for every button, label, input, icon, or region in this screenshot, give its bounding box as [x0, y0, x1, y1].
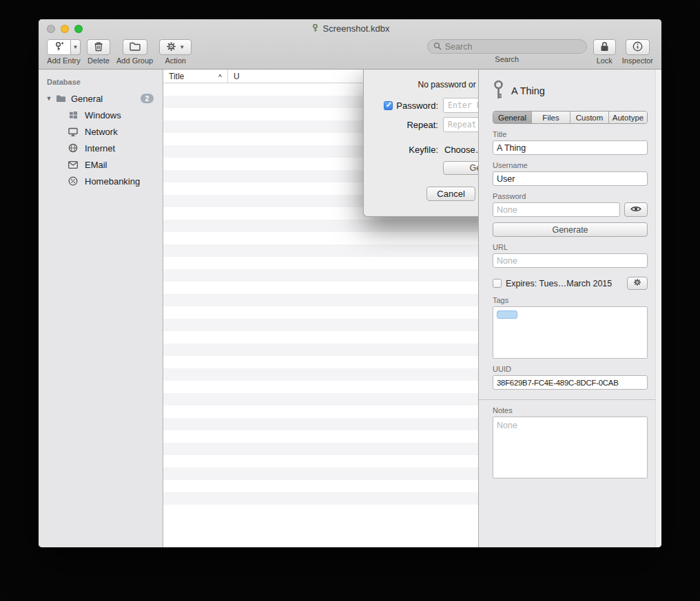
- expires-row: Expires: Tues…March 2015: [493, 277, 648, 290]
- key-icon: [493, 80, 504, 102]
- globe-icon: [66, 143, 80, 153]
- add-entry-button[interactable]: [47, 39, 71, 55]
- sidebar-item-label: Homebanking: [85, 176, 140, 187]
- toolbar-inspector: Inspector: [622, 39, 653, 65]
- column-title-label: Title: [169, 72, 184, 81]
- app-document-icon: [311, 23, 320, 34]
- window-title: Screenshot.kdbx: [311, 23, 390, 34]
- tab-custom[interactable]: Custom: [570, 112, 608, 123]
- repeat-password-input[interactable]: [443, 117, 478, 132]
- sort-ascending-icon: ^: [218, 73, 222, 80]
- sidebar-item-email[interactable]: EMail: [39, 156, 163, 173]
- sidebar-item-internet[interactable]: Internet: [39, 140, 163, 156]
- column-username-label: U: [234, 72, 240, 81]
- key-plus-icon: [54, 41, 64, 54]
- password-change-sheet: No password or keyfile supplied! Passwor…: [363, 70, 478, 217]
- inspector-header: A Thing: [493, 80, 648, 102]
- entry-count-badge: 2: [141, 94, 154, 103]
- password-field-label: Password: [493, 192, 648, 200]
- toolbar-search: Search: [427, 39, 587, 63]
- search-field[interactable]: [427, 39, 587, 54]
- keyfile-label: Keyfile:: [409, 145, 438, 155]
- inspector-button[interactable]: [626, 39, 650, 55]
- add-entry-dropdown-button[interactable]: ▼: [71, 39, 81, 55]
- reveal-password-button[interactable]: [624, 202, 648, 217]
- minimize-button[interactable]: [61, 25, 69, 33]
- gear-icon: [166, 41, 176, 54]
- expires-settings-button[interactable]: [627, 277, 648, 290]
- action-button[interactable]: ▼: [159, 39, 192, 55]
- generate-keyfile-button[interactable]: Generate Keyfile: [443, 161, 478, 175]
- folder-icon: [130, 42, 141, 53]
- notes-field[interactable]: None: [493, 417, 648, 478]
- generate-keyfile-label: Generate Keyfile: [469, 163, 478, 173]
- app-window: Screenshot.kdbx ▼ Add Entry: [39, 19, 661, 547]
- title-field-label: Title: [493, 130, 648, 138]
- password-input[interactable]: [443, 98, 478, 113]
- eye-icon: [630, 204, 641, 215]
- tab-general[interactable]: General: [493, 112, 531, 123]
- titlebar: Screenshot.kdbx: [39, 19, 661, 38]
- inspector-scrollbar[interactable]: [655, 70, 661, 547]
- entry-table: Title ^ U No password or keyfile supplie…: [163, 70, 478, 547]
- toolbar-lock: Lock: [593, 39, 616, 65]
- window-chrome: Screenshot.kdbx ▼ Add Entry: [39, 19, 661, 70]
- expires-checkbox[interactable]: [493, 279, 502, 288]
- cancel-button[interactable]: Cancel: [426, 187, 475, 201]
- close-button[interactable]: [47, 25, 55, 33]
- repeat-label: Repeat:: [406, 120, 438, 130]
- folder-icon: [54, 94, 68, 103]
- trash-icon: [94, 41, 103, 54]
- keyfile-selected-value: Choose…: [444, 145, 478, 155]
- toolbar-add-group: Add Group: [116, 39, 153, 65]
- uuid-field[interactable]: [493, 375, 648, 390]
- sidebar: Database ▼ General 2 Windows Networ: [39, 70, 163, 547]
- uuid-label: UUID: [493, 365, 648, 373]
- generate-password-button[interactable]: Generate: [493, 222, 648, 237]
- percent-coin-icon: [66, 176, 80, 186]
- sidebar-item-homebanking[interactable]: Homebanking: [39, 173, 163, 189]
- username-field[interactable]: [493, 171, 648, 186]
- title-field[interactable]: [493, 140, 648, 155]
- inspector-label: Inspector: [622, 56, 653, 65]
- toolbar-action: ▼ Action: [159, 39, 192, 65]
- lock-label: Lock: [597, 56, 612, 65]
- sidebar-item-label: Network: [85, 127, 118, 137]
- password-label: Password:: [396, 101, 438, 111]
- sidebar-item-windows[interactable]: Windows: [39, 107, 163, 123]
- delete-label: Delete: [88, 56, 110, 65]
- column-header-title[interactable]: Title ^: [163, 70, 228, 83]
- lock-button[interactable]: [593, 39, 616, 55]
- chevron-down-icon: ▼: [179, 44, 185, 50]
- toolbar-add-entry: ▼ Add Entry: [47, 39, 81, 65]
- add-group-button[interactable]: [123, 39, 147, 55]
- password-field[interactable]: [493, 202, 620, 217]
- search-input[interactable]: [445, 42, 581, 52]
- action-label: Action: [165, 56, 186, 65]
- expires-label: Expires: Tues…March 2015: [506, 279, 612, 288]
- add-group-label: Add Group: [116, 56, 153, 65]
- generate-label: Generate: [552, 225, 588, 235]
- tab-files[interactable]: Files: [531, 112, 570, 123]
- sidebar-item-network[interactable]: Network: [39, 123, 163, 140]
- add-entry-label: Add Entry: [47, 56, 80, 65]
- envelope-icon: [66, 161, 80, 169]
- delete-button[interactable]: [87, 39, 110, 55]
- info-icon: [632, 41, 643, 54]
- url-field[interactable]: [493, 253, 648, 268]
- keyfile-popup-button[interactable]: Choose…: [443, 142, 478, 157]
- sidebar-item-general[interactable]: ▼ General 2: [39, 90, 163, 107]
- sidebar-item-label: General: [71, 94, 103, 104]
- disclosure-triangle-icon[interactable]: ▼: [44, 95, 54, 102]
- inspector-panel: A Thing General Files Custom Autotype Ti…: [478, 70, 661, 547]
- tab-autotype[interactable]: Autotype: [608, 112, 647, 123]
- cancel-label: Cancel: [437, 189, 464, 199]
- zoom-button[interactable]: [74, 25, 83, 33]
- password-checkbox[interactable]: [384, 101, 393, 110]
- toolbar-delete: Delete: [87, 39, 110, 65]
- column-header-username[interactable]: U: [228, 70, 245, 83]
- tags-field[interactable]: [493, 306, 648, 359]
- sidebar-item-label: EMail: [85, 160, 107, 170]
- inspector-tabs: General Files Custom Autotype: [493, 111, 648, 124]
- tag-chip[interactable]: [497, 310, 517, 319]
